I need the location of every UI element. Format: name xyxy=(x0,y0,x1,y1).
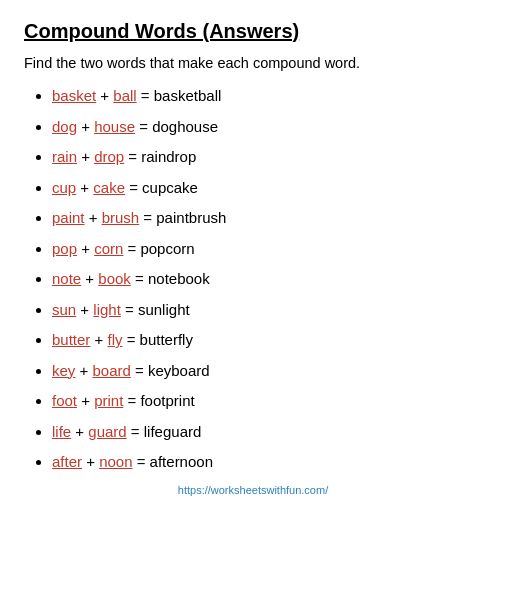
result-word: doghouse xyxy=(152,118,218,135)
equals-symbol: = xyxy=(139,209,156,226)
result-word: butterfly xyxy=(140,331,193,348)
plus-symbol: + xyxy=(82,453,99,470)
result-word: basketball xyxy=(154,87,222,104)
equals-symbol: = xyxy=(131,362,148,379)
equals-symbol: = xyxy=(125,179,142,196)
plus-symbol: + xyxy=(76,179,93,196)
list-item: key + board = keyboard xyxy=(52,360,482,383)
list-item: sun + light = sunlight xyxy=(52,299,482,322)
equals-symbol: = xyxy=(135,118,152,135)
word2: ball xyxy=(113,87,136,104)
plus-symbol: + xyxy=(77,240,94,257)
word1: key xyxy=(52,362,75,379)
word2: print xyxy=(94,392,123,409)
plus-symbol: + xyxy=(75,362,92,379)
word1: sun xyxy=(52,301,76,318)
plus-symbol: + xyxy=(85,209,102,226)
list-item: after + noon = afternoon xyxy=(52,451,482,474)
word2: drop xyxy=(94,148,124,165)
word2: cake xyxy=(93,179,125,196)
word1: dog xyxy=(52,118,77,135)
list-item: basket + ball = basketball xyxy=(52,85,482,108)
word1: after xyxy=(52,453,82,470)
word2: fly xyxy=(107,331,122,348)
equals-symbol: = xyxy=(122,331,139,348)
subtitle: Find the two words that make each compou… xyxy=(24,55,482,71)
word1: note xyxy=(52,270,81,287)
word2: book xyxy=(98,270,131,287)
word1: pop xyxy=(52,240,77,257)
word1: rain xyxy=(52,148,77,165)
list-item: dog + house = doghouse xyxy=(52,116,482,139)
plus-symbol: + xyxy=(96,87,113,104)
list-item: rain + drop = raindrop xyxy=(52,146,482,169)
list-item: butter + fly = butterfly xyxy=(52,329,482,352)
word1: basket xyxy=(52,87,96,104)
word2: noon xyxy=(99,453,132,470)
word1: butter xyxy=(52,331,90,348)
result-word: sunlight xyxy=(138,301,190,318)
word1: foot xyxy=(52,392,77,409)
result-word: cupcake xyxy=(142,179,198,196)
plus-symbol: + xyxy=(76,301,93,318)
plus-symbol: + xyxy=(77,148,94,165)
compound-word-list: basket + ball = basketballdog + house = … xyxy=(24,85,482,474)
result-word: notebook xyxy=(148,270,210,287)
result-word: lifeguard xyxy=(144,423,202,440)
result-word: popcorn xyxy=(140,240,194,257)
list-item: life + guard = lifeguard xyxy=(52,421,482,444)
result-word: footprint xyxy=(140,392,194,409)
result-word: afternoon xyxy=(150,453,213,470)
footer-link[interactable]: https://worksheetswithfun.com/ xyxy=(24,484,482,496)
list-item: foot + print = footprint xyxy=(52,390,482,413)
plus-symbol: + xyxy=(77,392,94,409)
equals-symbol: = xyxy=(131,270,148,287)
word2: corn xyxy=(94,240,123,257)
result-word: keyboard xyxy=(148,362,210,379)
word1: life xyxy=(52,423,71,440)
equals-symbol: = xyxy=(127,423,144,440)
list-item: note + book = notebook xyxy=(52,268,482,291)
list-item: paint + brush = paintbrush xyxy=(52,207,482,230)
word2: light xyxy=(93,301,121,318)
list-item: pop + corn = popcorn xyxy=(52,238,482,261)
equals-symbol: = xyxy=(123,240,140,257)
word2: house xyxy=(94,118,135,135)
word2: guard xyxy=(88,423,126,440)
equals-symbol: = xyxy=(137,87,154,104)
equals-symbol: = xyxy=(133,453,150,470)
word2: board xyxy=(92,362,130,379)
list-item: cup + cake = cupcake xyxy=(52,177,482,200)
result-word: raindrop xyxy=(141,148,196,165)
equals-symbol: = xyxy=(121,301,138,318)
word1: cup xyxy=(52,179,76,196)
plus-symbol: + xyxy=(81,270,98,287)
equals-symbol: = xyxy=(123,392,140,409)
equals-symbol: = xyxy=(124,148,141,165)
plus-symbol: + xyxy=(71,423,88,440)
plus-symbol: + xyxy=(90,331,107,348)
word1: paint xyxy=(52,209,85,226)
result-word: paintbrush xyxy=(156,209,226,226)
plus-symbol: + xyxy=(77,118,94,135)
page-title: Compound Words (Answers) xyxy=(24,20,482,43)
word2: brush xyxy=(102,209,140,226)
